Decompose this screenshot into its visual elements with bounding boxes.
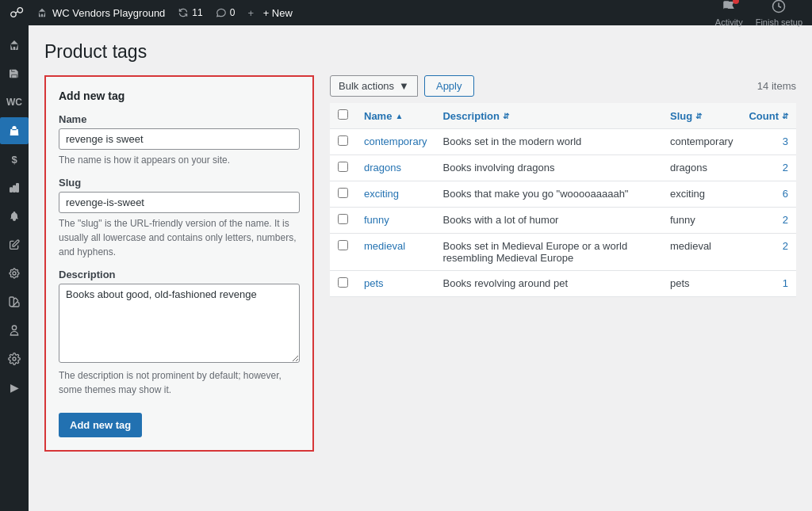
- tag-name-link[interactable]: pets: [364, 277, 384, 289]
- table-row: funny Books with a lot of humor funny 2: [330, 208, 796, 234]
- apply-button[interactable]: Apply: [424, 75, 474, 97]
- page-title: Product tags: [44, 41, 796, 63]
- slug-input[interactable]: [59, 192, 300, 213]
- name-sort-link[interactable]: Name ▲: [364, 110, 427, 122]
- table-row: pets Books revolving around pet pets 1: [330, 271, 796, 297]
- row-checkbox[interactable]: [338, 188, 348, 198]
- sidebar-item-editor[interactable]: [0, 231, 29, 258]
- name-field: Name The name is how it appears on your …: [59, 113, 300, 167]
- row-checkbox[interactable]: [338, 135, 348, 146]
- sidebar-item-posts[interactable]: [0, 60, 29, 87]
- tag-name-link[interactable]: exciting: [364, 188, 399, 200]
- description-textarea[interactable]: Books about good, old-fashioned revenge: [59, 284, 300, 363]
- sidebar-item-dashboard[interactable]: [0, 32, 29, 59]
- sidebar-item-settings[interactable]: [0, 345, 29, 372]
- activity-badge: [733, 0, 739, 4]
- row-checkbox-cell: [330, 129, 356, 155]
- description-label: Description: [59, 269, 300, 280]
- sidebar-item-analytics[interactable]: [0, 174, 29, 201]
- name-label: Name: [59, 113, 300, 125]
- new-button[interactable]: + + New: [247, 7, 292, 19]
- count-sort-arrow: ⇵: [782, 112, 788, 120]
- description-field: Description Books about good, old-fashio…: [59, 269, 300, 397]
- row-count-cell: 6: [741, 181, 796, 208]
- site-name[interactable]: WC Vendors Playground: [36, 7, 165, 19]
- bulk-actions-button[interactable]: Bulk actions ▼: [330, 75, 418, 97]
- sidebar-item-woocommerce[interactable]: WC: [0, 89, 29, 116]
- slug-sort-link[interactable]: Slug ⇵: [670, 110, 733, 122]
- row-slug-cell: funny: [662, 208, 741, 234]
- tag-name-link[interactable]: funny: [364, 214, 389, 226]
- tag-name-link[interactable]: dragons: [364, 162, 401, 174]
- slug-label: Slug: [59, 177, 300, 189]
- row-slug-cell: exciting: [662, 181, 741, 208]
- row-slug-cell: pets: [662, 271, 741, 297]
- activity-button[interactable]: Activity: [715, 0, 743, 27]
- select-all-col: [330, 103, 356, 129]
- row-count-cell: 3: [741, 129, 796, 155]
- items-count: 14 items: [757, 80, 796, 92]
- row-description-cell: Books set in the modern world: [435, 129, 661, 155]
- sidebar-item-sales[interactable]: $: [0, 146, 29, 173]
- row-checkbox-cell: [330, 155, 356, 181]
- table-row: dragons Books involving dragons dragons …: [330, 155, 796, 181]
- row-checkbox[interactable]: [338, 277, 348, 288]
- finish-setup-button[interactable]: Finish setup: [756, 0, 802, 27]
- name-hint: The name is how it appears on your site.: [59, 153, 300, 167]
- add-new-tag-button[interactable]: Add new tag: [59, 413, 142, 437]
- add-tag-form: Add new tag Name The name is how it appe…: [44, 75, 314, 452]
- sidebar-item-notifications[interactable]: [0, 203, 29, 230]
- row-count-cell: 2: [741, 208, 796, 234]
- row-slug-cell: dragons: [662, 155, 741, 181]
- slug-sort-arrow: ⇵: [695, 112, 702, 120]
- row-name-cell: contemporary: [356, 129, 435, 155]
- tag-name-link[interactable]: contemporary: [364, 135, 427, 147]
- tag-name-link[interactable]: medieval: [364, 240, 405, 252]
- chevron-down-icon: ▼: [399, 80, 409, 92]
- updates-icon[interactable]: 11: [178, 7, 202, 18]
- admin-bar: ☍ WC Vendors Playground 11 0 + + New Act…: [0, 0, 812, 25]
- row-name-cell: medieval: [356, 234, 435, 271]
- row-name-cell: pets: [356, 271, 435, 297]
- count-col-header: Count ⇵: [741, 103, 796, 129]
- row-checkbox[interactable]: [338, 240, 348, 250]
- name-sort-arrow: ▲: [395, 112, 403, 120]
- table-toolbar: Bulk actions ▼ Apply 14 items: [330, 75, 796, 97]
- row-checkbox-cell: [330, 234, 356, 271]
- row-description-cell: Books involving dragons: [435, 155, 661, 181]
- row-name-cell: exciting: [356, 181, 435, 208]
- add-tag-heading: Add new tag: [59, 90, 300, 102]
- comments-icon[interactable]: 0: [216, 7, 236, 18]
- row-checkbox[interactable]: [338, 214, 348, 224]
- sidebar-item-tools[interactable]: [0, 260, 29, 287]
- description-sort-link[interactable]: Description ⇵: [442, 110, 653, 122]
- sidebar-item-users[interactable]: [0, 317, 29, 344]
- row-checkbox-cell: [330, 271, 356, 297]
- row-count-cell: 2: [741, 155, 796, 181]
- row-slug-cell: medieval: [662, 234, 741, 271]
- row-count-cell: 1: [741, 271, 796, 297]
- count-sort-link[interactable]: Count ⇵: [749, 110, 788, 122]
- row-name-cell: dragons: [356, 155, 435, 181]
- select-all-checkbox[interactable]: [338, 109, 348, 120]
- slug-hint: The "slug" is the URL-friendly version o…: [59, 216, 300, 259]
- svg-point-2: [13, 357, 16, 360]
- description-sort-arrow: ⇵: [503, 112, 509, 120]
- sidebar: WC $ ▶: [0, 25, 29, 511]
- sidebar-item-products[interactable]: [0, 117, 29, 144]
- row-name-cell: funny: [356, 208, 435, 234]
- name-input[interactable]: [59, 128, 300, 150]
- table-row: exciting Books that make you go "wooooaa…: [330, 181, 796, 208]
- wp-logo-icon[interactable]: ☍: [10, 4, 24, 21]
- sidebar-item-media[interactable]: ▶: [0, 374, 29, 401]
- sidebar-item-appearance[interactable]: [0, 288, 29, 315]
- row-description-cell: Books set in Medieval Europe or a world …: [435, 234, 661, 271]
- svg-point-1: [13, 272, 16, 275]
- slug-col-header: Slug ⇵: [662, 103, 741, 129]
- row-description-cell: Books with a lot of humor: [435, 208, 661, 234]
- row-description-cell: Books that make you go "wooooaaaaah": [435, 181, 661, 208]
- tags-table: Name ▲ Description ⇵ Slu: [330, 103, 796, 297]
- slug-field: Slug The "slug" is the URL-friendly vers…: [59, 177, 300, 259]
- table-row: contemporary Books set in the modern wor…: [330, 129, 796, 155]
- row-checkbox[interactable]: [338, 162, 348, 172]
